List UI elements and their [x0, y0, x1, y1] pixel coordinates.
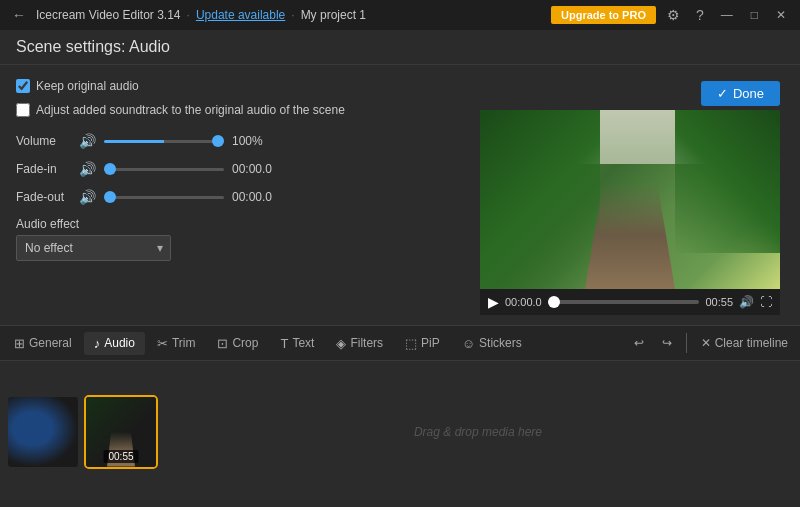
tab-text[interactable]: T Text	[270, 332, 324, 355]
trim-icon: ✂	[157, 336, 168, 351]
redo-button[interactable]: ↪	[654, 332, 680, 354]
adjust-soundtrack-checkbox[interactable]	[16, 103, 30, 117]
tab-trim-label: Trim	[172, 336, 196, 350]
timeline-clip-2[interactable]: 00:55	[86, 397, 156, 467]
video-volume-icon[interactable]: 🔊	[739, 295, 754, 309]
leaves-left	[480, 110, 600, 289]
tab-pip[interactable]: ⬚ PiP	[395, 332, 450, 355]
fadeout-value: 00:00.0	[232, 190, 272, 204]
fadeout-row: Fade-out 🔊 00:00.0	[16, 189, 444, 205]
tab-crop[interactable]: ⊡ Crop	[207, 332, 268, 355]
done-checkmark: ✓	[717, 86, 728, 101]
volume-slider-container: 100%	[104, 134, 444, 148]
fadein-row: Fade-in 🔊 00:00.0	[16, 161, 444, 177]
tab-stickers-label: Stickers	[479, 336, 522, 350]
scene-header: Scene settings: Audio	[0, 30, 800, 65]
play-button[interactable]: ▶	[488, 294, 499, 310]
tab-filters[interactable]: ◈ Filters	[326, 332, 393, 355]
tab-divider	[686, 333, 687, 353]
fadein-icon: 🔊	[79, 161, 96, 177]
preview-frame	[480, 110, 780, 289]
undo-icon: ↩	[634, 336, 644, 350]
keep-original-row: Keep original audio	[16, 79, 444, 93]
fadein-slider[interactable]	[104, 168, 224, 171]
volume-slider[interactable]	[104, 140, 224, 143]
progress-bar[interactable]	[548, 300, 700, 304]
drop-hint: Drag & drop media here	[414, 425, 542, 439]
duration-display: 00:55	[705, 296, 733, 308]
scene-title: Scene settings: Audio	[16, 38, 170, 55]
undo-button[interactable]: ↩	[626, 332, 652, 354]
effect-select[interactable]: No effect Echo Reverb Chorus	[16, 235, 171, 261]
video-preview	[480, 110, 780, 289]
tab-filters-label: Filters	[350, 336, 383, 350]
done-label: Done	[733, 86, 764, 101]
audio-effect-section: Audio effect No effect Echo Reverb Choru…	[16, 217, 444, 261]
timeline-drop-zone: Drag & drop media here	[164, 425, 792, 439]
gear-icon[interactable]: ⚙	[662, 5, 685, 25]
project-name: My project 1	[301, 8, 366, 22]
pip-icon: ⬚	[405, 336, 417, 351]
tab-audio-label: Audio	[104, 336, 135, 350]
volume-label: Volume	[16, 134, 71, 148]
clear-timeline-button[interactable]: ✕ Clear timeline	[693, 332, 796, 354]
tab-general-label: General	[29, 336, 72, 350]
separator2: ·	[291, 8, 294, 22]
video-controls: ▶ 00:00.0 00:55 🔊 ⛶	[480, 289, 780, 315]
update-link[interactable]: Update available	[196, 8, 285, 22]
help-icon[interactable]: ?	[691, 5, 709, 25]
timeline-area: 00:55 Drag & drop media here	[0, 361, 800, 502]
clip2-duration: 00:55	[103, 450, 138, 463]
tab-trim[interactable]: ✂ Trim	[147, 332, 206, 355]
fadein-slider-container: 00:00.0	[104, 162, 444, 176]
fadeout-slider-container: 00:00.0	[104, 190, 444, 204]
progress-thumb	[548, 296, 560, 308]
close-button[interactable]: ✕	[770, 6, 792, 24]
tab-general[interactable]: ⊞ General	[4, 332, 82, 355]
fadein-value: 00:00.0	[232, 162, 272, 176]
text-icon: T	[280, 336, 288, 351]
tab-audio[interactable]: ♪ Audio	[84, 332, 145, 355]
minimize-button[interactable]: —	[715, 6, 739, 24]
right-panel: ✓ Done ▶ 00:00.0 00:55 🔊 ⛶	[460, 65, 800, 325]
audio-icon: ♪	[94, 336, 101, 351]
tabs-bar: ⊞ General ♪ Audio ✂ Trim ⊡ Crop T Text ◈…	[0, 325, 800, 361]
fadeout-icon: 🔊	[79, 189, 96, 205]
upgrade-button[interactable]: Upgrade to PRO	[551, 6, 656, 24]
current-time: 00:00.0	[505, 296, 542, 308]
crop-icon: ⊡	[217, 336, 228, 351]
main-content: Keep original audio Adjust added soundtr…	[0, 65, 800, 325]
keep-original-label[interactable]: Keep original audio	[36, 79, 139, 93]
tab-pip-label: PiP	[421, 336, 440, 350]
tab-crop-label: Crop	[232, 336, 258, 350]
filters-icon: ◈	[336, 336, 346, 351]
timeline-clip-1[interactable]	[8, 397, 78, 467]
fadein-label: Fade-in	[16, 162, 71, 176]
fadeout-slider[interactable]	[104, 196, 224, 199]
app-name: Icecream Video Editor 3.14	[36, 8, 181, 22]
general-icon: ⊞	[14, 336, 25, 351]
tab-stickers[interactable]: ☺ Stickers	[452, 332, 532, 355]
clear-timeline-label: ✕ Clear timeline	[701, 336, 788, 350]
volume-speaker-icon: 🔊	[79, 133, 96, 149]
adjust-soundtrack-label[interactable]: Adjust added soundtrack to the original …	[36, 103, 345, 117]
left-panel: Keep original audio Adjust added soundtr…	[0, 65, 460, 325]
leaves-right	[675, 110, 780, 253]
separator: ·	[187, 8, 190, 22]
fadeout-label: Fade-out	[16, 190, 71, 204]
stickers-icon: ☺	[462, 336, 475, 351]
done-button[interactable]: ✓ Done	[701, 81, 780, 106]
volume-row: Volume 🔊 100%	[16, 133, 444, 149]
redo-icon: ↪	[662, 336, 672, 350]
effect-select-wrapper[interactable]: No effect Echo Reverb Chorus	[16, 235, 171, 261]
clip1-thumbnail	[8, 397, 78, 467]
maximize-button[interactable]: □	[745, 6, 764, 24]
fullscreen-button[interactable]: ⛶	[760, 295, 772, 309]
tab-text-label: Text	[292, 336, 314, 350]
audio-effect-label: Audio effect	[16, 217, 444, 231]
title-bar: ← Icecream Video Editor 3.14 · Update av…	[0, 0, 800, 30]
volume-value: 100%	[232, 134, 270, 148]
adjust-soundtrack-row: Adjust added soundtrack to the original …	[16, 103, 444, 117]
back-button[interactable]: ←	[8, 5, 30, 25]
keep-original-checkbox[interactable]	[16, 79, 30, 93]
